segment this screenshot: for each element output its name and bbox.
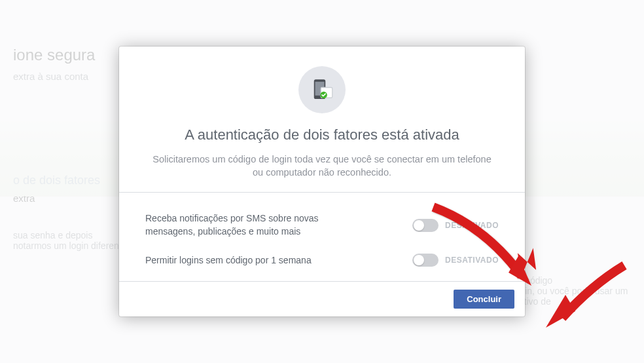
toggle-state-label: DESATIVADO [445, 221, 499, 230]
finish-button[interactable]: Concluir [454, 290, 514, 309]
toggle-wrap: DESATIVADO [412, 219, 499, 232]
toggle-knob [414, 220, 424, 231]
modal-body: A autenticação de dois fatores está ativ… [119, 47, 525, 193]
modal-options: Receba notificações por SMS sobre novas … [119, 193, 525, 281]
toggle-wrap: DESATIVADO [412, 254, 499, 267]
toggle-state-label: DESATIVADO [445, 256, 499, 265]
toggle-allow-logins-week[interactable] [412, 254, 438, 267]
modal-overlay: A autenticação de dois fatores está ativ… [0, 0, 644, 363]
option-allow-logins-week: Permitir logins sem código por 1 semana … [145, 246, 499, 275]
devices-check-icon [298, 66, 346, 113]
option-label: Permitir logins sem código por 1 semana [145, 254, 312, 267]
two-factor-modal: A autenticação de dois fatores está ativ… [119, 47, 525, 317]
modal-footer: Concluir [119, 281, 525, 316]
option-sms-notifications: Receba notificações por SMS sobre novas … [145, 204, 499, 246]
toggle-sms-notifications[interactable] [412, 219, 438, 232]
toggle-knob [414, 255, 424, 265]
option-label: Receba notificações por SMS sobre novas … [145, 212, 361, 238]
modal-title: A autenticação de dois fatores está ativ… [145, 126, 499, 143]
modal-description: Solicitaremos um código de login toda ve… [145, 153, 499, 180]
